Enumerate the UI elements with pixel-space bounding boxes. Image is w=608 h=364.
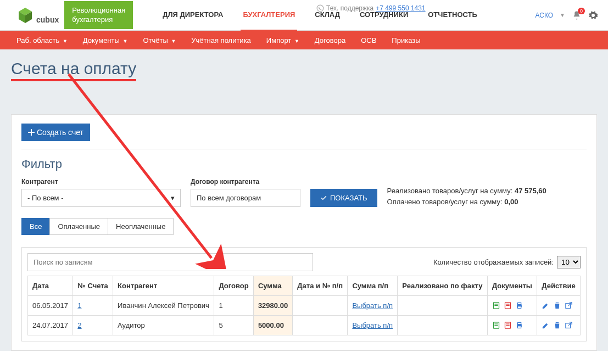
col-contract[interactable]: Договор xyxy=(214,276,253,296)
table-toolbar: Количество отображаемых записей: 10 xyxy=(27,253,581,271)
col-actions[interactable]: Действие xyxy=(537,276,581,296)
contract-label: Договор контрагента xyxy=(191,178,300,186)
check-icon xyxy=(320,194,327,201)
cell-actions xyxy=(537,316,581,335)
logo[interactable]: cubux xyxy=(0,7,64,24)
nav-director[interactable]: ДЛЯ ДИРЕКТОРА xyxy=(160,0,225,31)
cell-ppsum: Выбрать п/п xyxy=(348,316,398,335)
support-label: Тех. поддержка xyxy=(326,4,373,12)
col-number[interactable]: № Счета xyxy=(73,276,113,296)
summary-paid-value: 0,00 xyxy=(504,198,518,206)
page-size-select[interactable]: 10 xyxy=(557,256,581,268)
cube-icon xyxy=(16,7,34,24)
pdf-icon[interactable] xyxy=(504,301,512,310)
cell-sum: 5000.00 xyxy=(253,316,292,335)
tab-unpaid[interactable]: Неоплаченные xyxy=(108,218,174,235)
edit-icon[interactable] xyxy=(542,321,550,329)
print-icon[interactable] xyxy=(515,321,523,329)
support-block: Тех. поддержка +7 499 550 1431 xyxy=(316,4,426,12)
svg-rect-5 xyxy=(494,304,498,304)
account-name[interactable]: АСКО xyxy=(535,12,553,19)
cell-documents xyxy=(487,296,537,316)
subnav-policy[interactable]: Учётная политика xyxy=(191,36,251,44)
pdf-icon[interactable] xyxy=(504,321,512,329)
notifications-button[interactable]: 0 xyxy=(572,10,582,20)
summary-realized-label: Реализовано товаров/услуг на сумму: xyxy=(387,187,515,195)
delete-icon[interactable] xyxy=(553,321,561,329)
cell-realized xyxy=(398,316,488,335)
cell-counterparty: Иванчин Алексей Петрович xyxy=(113,296,214,316)
col-sum[interactable]: Сумма xyxy=(253,276,292,296)
notification-count: 0 xyxy=(578,8,585,14)
cell-date: 06.05.2017 xyxy=(28,296,73,316)
open-external-icon[interactable] xyxy=(565,321,573,329)
summary-paid-label: Оплачено товаров/услуг на сумму: xyxy=(387,198,505,206)
chevron-down-icon[interactable]: ▼ xyxy=(560,12,565,18)
contract-select[interactable]: По всем договорам xyxy=(191,189,300,207)
filter-row: Контрагент - По всем -▾ Договор контраге… xyxy=(21,178,587,207)
show-button[interactable]: ПОКАЗАТЬ xyxy=(310,189,377,207)
subnav-osv[interactable]: ОСВ xyxy=(361,36,376,44)
content-card: Создать счет Фильтр Контрагент - По всем… xyxy=(11,114,597,351)
table-row: 24.07.2017 2 Аудитор 5 5000.00 Выбрать п… xyxy=(28,316,581,335)
col-date[interactable]: Дата xyxy=(28,276,73,296)
subnav-documents[interactable]: Документы ▼ xyxy=(83,36,128,44)
counterparty-filter: Контрагент - По всем -▾ xyxy=(21,178,181,207)
settings-button[interactable] xyxy=(588,10,598,20)
brand-tagline: Революционная бухгалтерия xyxy=(64,1,133,30)
invoice-number-link[interactable]: 1 xyxy=(77,301,81,310)
sub-nav: Раб. область ▼ Документы ▼ Отчёты ▼ Учёт… xyxy=(0,31,608,49)
counterparty-label: Контрагент xyxy=(21,178,181,186)
divider xyxy=(21,149,587,149)
plus-icon xyxy=(28,129,35,136)
page-size-label: Количество отображаемых записей: xyxy=(433,258,554,266)
support-phone[interactable]: +7 499 550 1431 xyxy=(376,4,425,12)
cell-number: 1 xyxy=(73,296,113,316)
col-counterparty[interactable]: Контрагент xyxy=(113,276,214,296)
phone-icon xyxy=(316,4,324,12)
create-invoice-button[interactable]: Создать счет xyxy=(21,124,90,141)
table-header-row: Дата № Счета Контрагент Договор Сумма Да… xyxy=(28,276,581,296)
print-icon[interactable] xyxy=(515,301,523,310)
svg-rect-6 xyxy=(494,305,498,306)
cell-date: 24.07.2017 xyxy=(28,316,73,335)
search-input[interactable] xyxy=(27,253,313,271)
subnav-reports[interactable]: Отчёты ▼ xyxy=(143,36,176,44)
subnav-import[interactable]: Импорт ▼ xyxy=(266,36,299,44)
summary-realized-value: 47 575,60 xyxy=(515,187,546,195)
svg-rect-21 xyxy=(517,323,521,324)
invoice-number-link[interactable]: 2 xyxy=(77,321,81,329)
select-pp-link[interactable]: Выбрать п/п xyxy=(352,321,393,329)
select-pp-link[interactable]: Выбрать п/п xyxy=(352,301,393,310)
invoices-table: Дата № Счета Контрагент Договор Сумма Да… xyxy=(27,276,581,335)
status-tabs: Все Оплаченные Неоплаченные xyxy=(21,218,587,235)
svg-rect-22 xyxy=(517,326,521,328)
subnav-workspace[interactable]: Раб. область ▼ xyxy=(16,36,68,44)
table-wrap: Количество отображаемых записей: 10 Дата… xyxy=(21,247,587,341)
excel-icon[interactable] xyxy=(492,301,500,310)
cell-counterparty: Аудитор xyxy=(113,316,214,335)
open-external-icon[interactable] xyxy=(565,301,573,310)
cell-contract: 1 xyxy=(214,296,253,316)
col-ppsum[interactable]: Сумма п/п xyxy=(348,276,398,296)
tab-paid[interactable]: Оплаченные xyxy=(49,218,108,235)
col-realized[interactable]: Реализовано по факту xyxy=(398,276,488,296)
svg-point-3 xyxy=(317,5,323,12)
subnav-orders[interactable]: Приказы xyxy=(392,36,420,44)
counterparty-select[interactable]: - По всем -▾ xyxy=(21,189,181,207)
edit-icon[interactable] xyxy=(542,301,550,310)
svg-rect-12 xyxy=(517,306,521,309)
tab-all[interactable]: Все xyxy=(21,218,50,235)
excel-icon[interactable] xyxy=(492,321,500,329)
delete-icon[interactable] xyxy=(553,301,561,310)
contract-filter: Договор контрагента По всем договорам xyxy=(191,178,300,207)
subnav-contracts[interactable]: Договора xyxy=(315,36,345,44)
caret-icon: ▼ xyxy=(122,38,127,44)
dropdown-icon: ▾ xyxy=(171,194,175,202)
col-ppdate[interactable]: Дата и № п/п xyxy=(293,276,348,296)
svg-rect-11 xyxy=(517,303,521,305)
nav-reports[interactable]: ОТЧЕТНОСТЬ xyxy=(426,0,479,31)
nav-accounting[interactable]: БУХГАЛТЕРИЯ xyxy=(241,0,297,31)
page-body: Счета на оплату Создать счет Фильтр Конт… xyxy=(0,49,608,351)
col-documents[interactable]: Документы xyxy=(487,276,537,296)
